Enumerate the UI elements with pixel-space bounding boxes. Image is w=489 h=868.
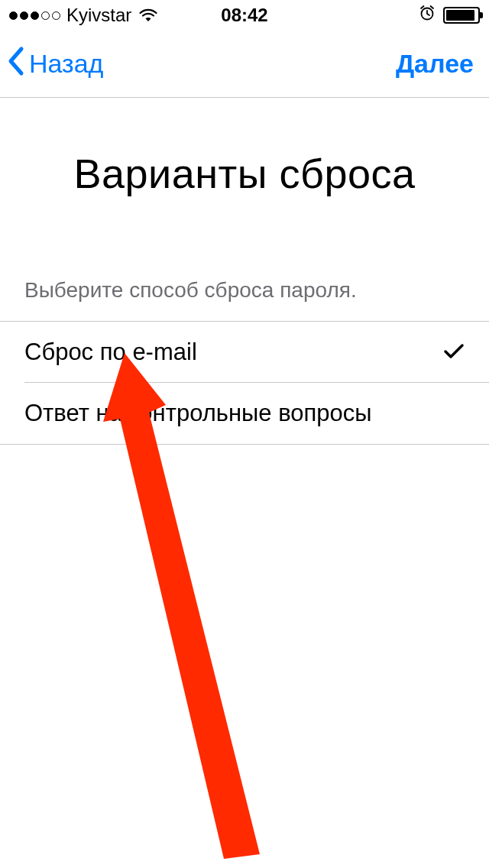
back-label: Назад: [29, 49, 103, 79]
option-reset-by-email[interactable]: Сброс по e-mail: [0, 322, 489, 383]
status-time: 08:42: [221, 5, 267, 26]
signal-strength-icon: [9, 11, 60, 20]
nav-bar: Назад Далее: [0, 31, 489, 98]
wifi-icon: [138, 8, 159, 23]
battery-icon: [443, 7, 480, 24]
back-button[interactable]: Назад: [6, 46, 103, 83]
section-header: Выберите способ сброса пароля.: [0, 278, 489, 303]
page-title: Варианты сброса: [0, 150, 489, 197]
option-label: Сброс по e-mail: [24, 338, 197, 366]
option-security-questions[interactable]: Ответ на контрольные вопросы: [0, 383, 489, 445]
status-right: [419, 5, 480, 26]
carrier-label: Kyivstar: [66, 5, 131, 26]
check-icon: [443, 338, 465, 366]
next-button[interactable]: Далее: [396, 49, 481, 79]
status-left: Kyivstar: [9, 5, 159, 26]
chevron-left-icon: [6, 46, 26, 83]
option-label: Ответ на контрольные вопросы: [24, 400, 372, 427]
next-label: Далее: [396, 49, 474, 78]
alarm-icon: [419, 5, 436, 26]
status-bar: Kyivstar 08:42: [0, 0, 489, 31]
options-list: Сброс по e-mail Ответ на контрольные воп…: [0, 321, 489, 445]
